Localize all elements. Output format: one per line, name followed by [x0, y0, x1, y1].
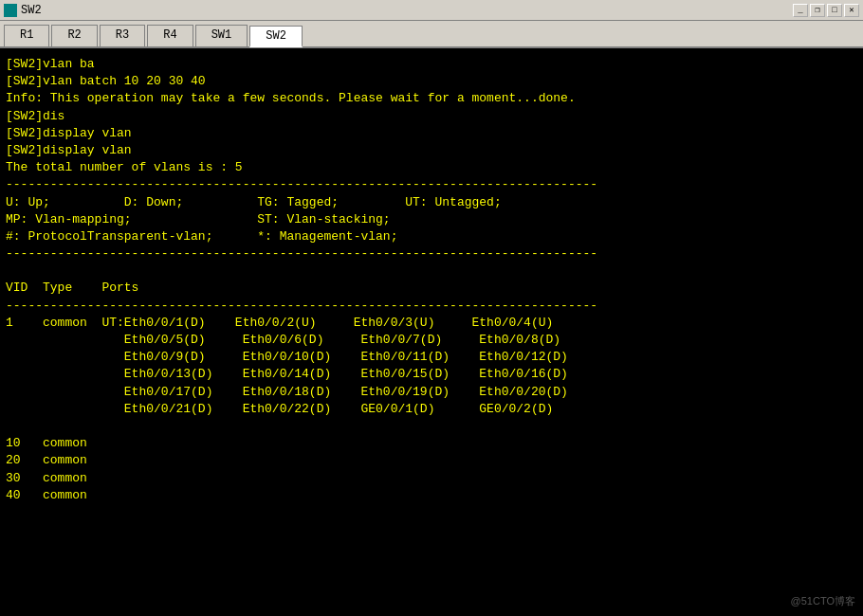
restore-button[interactable]: ❐ — [810, 4, 825, 17]
watermark: @51CTO博客 — [791, 594, 855, 608]
title-bar-controls: _ ❐ □ ✕ — [793, 4, 859, 17]
minimize-button[interactable]: _ — [793, 4, 808, 17]
tab-r1[interactable]: R1 — [4, 25, 49, 46]
tab-r4[interactable]: R4 — [147, 25, 193, 46]
tab-sw2[interactable]: SW2 — [249, 26, 303, 47]
tab-r3[interactable]: R3 — [100, 25, 145, 46]
tab-bar: R1 R2 R3 R4 SW1 SW2 — [0, 21, 863, 48]
terminal-output[interactable]: [SW2]vlan ba [SW2]vlan batch 10 20 30 40… — [0, 48, 863, 616]
app-icon — [4, 4, 17, 17]
maximize-button[interactable]: □ — [827, 4, 842, 17]
title-bar: SW2 _ ❐ □ ✕ — [0, 0, 863, 21]
tab-r2[interactable]: R2 — [51, 25, 97, 46]
close-button[interactable]: ✕ — [844, 4, 859, 17]
tab-sw1[interactable]: SW1 — [195, 25, 248, 46]
window-title: SW2 — [21, 4, 42, 17]
title-bar-left: SW2 — [4, 4, 42, 17]
